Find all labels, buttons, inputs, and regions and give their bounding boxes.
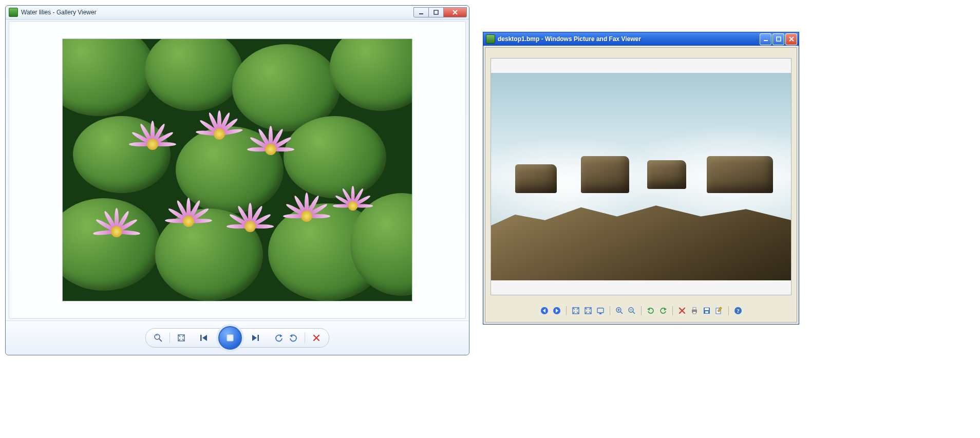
gallery-image [63,39,412,301]
svg-rect-14 [777,37,781,41]
save-button[interactable] [702,306,712,316]
delete-button[interactable] [677,306,687,316]
best-fit-button[interactable] [571,306,581,316]
slideshow-button[interactable] [595,306,606,316]
gallery-window-controls [413,7,467,17]
zoom-out-button[interactable] [627,306,637,316]
svg-line-24 [620,312,623,314]
play-slideshow-button[interactable] [218,326,242,350]
rotate-cw-button[interactable] [646,306,656,316]
print-button[interactable] [689,306,700,316]
actual-size-button[interactable] [583,306,593,316]
close-button[interactable] [444,7,467,17]
xp-image [491,73,791,280]
maximize-button[interactable] [772,33,784,45]
svg-rect-30 [693,308,696,310]
fit-window-button[interactable] [174,331,189,345]
svg-rect-6 [200,335,202,341]
svg-rect-1 [434,10,438,14]
rotate-ccw-button[interactable] [272,331,286,345]
xp-viewer-window: desktop1.bmp - Windows Picture and Fax V… [483,32,799,325]
gallery-viewer-window: Water lilies - Gallery Viewer [5,5,469,355]
gallery-image-viewport [9,21,466,319]
maximize-button[interactable] [429,7,444,17]
xp-title: desktop1.bmp - Windows Picture and Fax V… [498,35,759,43]
svg-marker-9 [252,335,257,341]
rotate-ccw-button[interactable] [658,306,668,316]
minimize-button[interactable] [413,7,429,17]
gallery-toolbar [6,320,469,355]
zoom-button[interactable] [151,331,165,345]
xp-client-area: ? [485,47,797,322]
xp-titlebar[interactable]: desktop1.bmp - Windows Picture and Fax V… [483,32,799,46]
svg-rect-21 [597,308,604,313]
svg-rect-33 [705,308,709,310]
svg-marker-27 [647,308,650,311]
gallery-title: Water lilies - Gallery Viewer [21,9,413,16]
close-button[interactable] [785,33,797,45]
svg-line-26 [633,312,635,314]
minimize-button[interactable] [760,33,771,45]
svg-rect-13 [764,40,768,41]
svg-marker-12 [290,334,292,337]
svg-rect-8 [227,335,233,341]
next-button[interactable] [552,306,562,316]
svg-rect-10 [258,335,259,341]
zoom-in-button[interactable] [614,306,625,316]
svg-text:?: ? [737,308,740,314]
xp-app-icon [486,34,495,44]
svg-line-3 [159,339,162,341]
edit-button[interactable] [714,306,724,316]
svg-marker-28 [664,308,667,311]
previous-button[interactable] [539,306,550,316]
svg-rect-34 [705,311,708,313]
delete-button[interactable] [309,331,324,345]
next-button[interactable] [247,331,265,345]
gallery-titlebar[interactable]: Water lilies - Gallery Viewer [6,6,469,20]
rotate-cw-button[interactable] [286,331,300,345]
svg-rect-0 [419,13,423,14]
xp-image-viewport [491,58,791,295]
svg-rect-31 [693,312,696,314]
svg-marker-11 [280,334,282,337]
svg-rect-22 [599,313,601,314]
gallery-nav-cluster [196,326,265,350]
gallery-app-icon [9,8,18,17]
gallery-toolbar-pill [145,328,329,348]
svg-marker-7 [202,335,207,341]
help-button[interactable]: ? [733,306,743,316]
previous-button[interactable] [196,331,213,345]
xp-toolbar: ? [485,299,797,322]
